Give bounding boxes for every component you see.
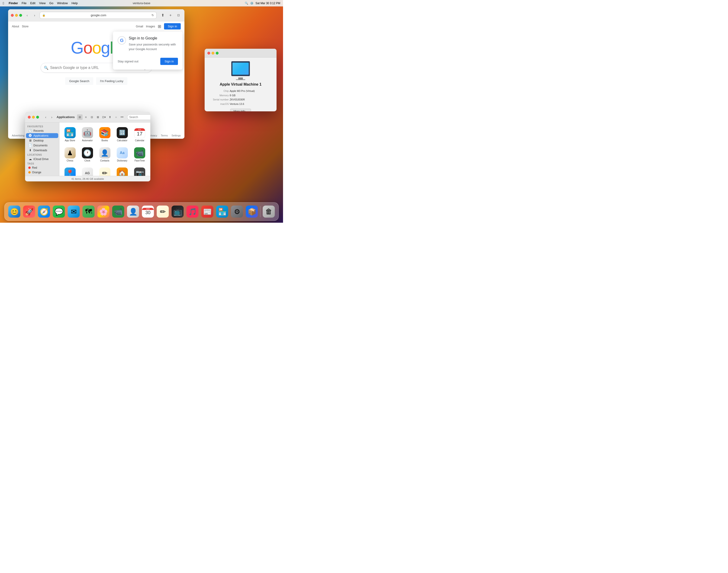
control-center-icon[interactable]: ⚙️ (250, 2, 254, 5)
feeling-lucky-btn[interactable]: I'm Feeling Lucky (96, 77, 127, 85)
tag-red[interactable]: Red (26, 165, 58, 170)
more-btn[interactable]: ••• (119, 114, 125, 120)
dock-maps[interactable]: 🗺 (82, 205, 96, 218)
dock-news[interactable]: 📰 (200, 205, 214, 218)
browser-back-btn[interactable]: ‹ (24, 12, 31, 18)
store-link[interactable]: Store (22, 25, 29, 28)
finder-close-btn[interactable] (28, 116, 31, 118)
app-calendar[interactable]: JUL 17 Calendar (132, 125, 148, 144)
dock-mail[interactable]: ✉ (67, 205, 81, 218)
finder-minimize-btn[interactable] (32, 116, 35, 118)
dock-launchpad[interactable]: 🚀 (22, 205, 36, 218)
dock-calendar[interactable]: MAR 30 (141, 205, 155, 218)
share-btn[interactable]: ○ (113, 114, 119, 120)
advertising-link[interactable]: Advertising (12, 134, 24, 137)
google-search-btn[interactable]: Google Search (65, 77, 93, 85)
images-link[interactable]: Images (146, 25, 155, 28)
about-mac-fullscreen-btn[interactable] (216, 52, 218, 55)
finder-search-input[interactable] (127, 114, 150, 120)
dock-photos[interactable]: 🌸 (97, 205, 110, 218)
about-mac-close-btn[interactable] (207, 52, 210, 55)
edit-menu[interactable]: Edit (30, 1, 35, 5)
gallery-view-btn[interactable]: ⊠ (95, 114, 101, 120)
sidebar-item-applications[interactable]: 🅐 Applications (26, 133, 58, 138)
browser-close-btn[interactable] (11, 14, 14, 17)
finder-fullscreen-btn[interactable] (36, 116, 39, 118)
file-menu[interactable]: File (21, 1, 27, 5)
app-appstore[interactable]: 🏪 App Store (62, 125, 78, 144)
action-btn[interactable]: ⬆ (107, 114, 113, 120)
chip-value: Apple M3 Pro (Virtual) (230, 89, 255, 93)
more-info-btn[interactable]: More Info... (230, 109, 251, 111)
fontbook-icon: AG (82, 167, 93, 176)
about-link[interactable]: About (12, 25, 19, 28)
share-btn[interactable]: ⬆ (159, 12, 166, 18)
trash-dock-icon: 🗑 (263, 206, 275, 218)
popup-sign-in-btn[interactable]: Sign in (160, 58, 178, 65)
dock-facetime[interactable]: 📹 (111, 205, 125, 218)
finder-menu[interactable]: Finder (9, 1, 18, 5)
new-tab-btn[interactable]: + (167, 12, 174, 18)
gmail-link[interactable]: Gmail (136, 25, 143, 28)
apple-menu[interactable]:  (3, 1, 4, 5)
dock-safari[interactable]: 🧭 (37, 205, 51, 218)
dock-messages[interactable]: 💬 (52, 205, 66, 218)
app-calculator[interactable]: 🔢 Calculator (114, 125, 130, 144)
sign-in-btn[interactable]: Sign in (164, 23, 181, 30)
tag-red-dot (28, 166, 31, 169)
dock-music[interactable]: 🎵 (186, 205, 200, 218)
tag-orange[interactable]: Orange (26, 170, 58, 175)
icon-view-btn[interactable]: ⊞ (77, 114, 83, 120)
app-contacts[interactable]: 👤 Contacts (97, 146, 112, 164)
app-automator[interactable]: 🤖 Automator (80, 125, 95, 144)
app-facetime[interactable]: 📹 FaceTime (132, 146, 148, 164)
app-dictionary[interactable]: Aa Dictionary (114, 146, 130, 164)
reload-btn[interactable]: ↻ (152, 13, 154, 17)
group-btn[interactable]: ⊡▾ (101, 114, 107, 120)
help-menu[interactable]: Help (71, 1, 78, 5)
sidebar-item-icloud[interactable]: ☁ iCloud Drive (26, 157, 58, 161)
column-view-btn[interactable]: ⊟ (89, 114, 95, 120)
about-mac-minimize-btn[interactable] (212, 52, 214, 55)
mail-dock-icon: ✉ (68, 206, 80, 218)
window-menu[interactable]: Window (57, 1, 68, 5)
app-findmy[interactable]: 📍 Find My (62, 166, 78, 176)
finder-back-btn[interactable]: ‹ (43, 115, 48, 120)
tag-orange-label: Orange (32, 171, 41, 174)
browser-minimize-btn[interactable] (15, 14, 18, 17)
app-home[interactable]: 🏠 Home (114, 166, 130, 176)
list-view-btn[interactable]: ≡ (83, 114, 89, 120)
dock-trash[interactable]: 🗑 (262, 205, 276, 218)
app-clock[interactable]: 🕐 Clock (80, 146, 95, 164)
show-tabs-btn[interactable]: ⊡ (175, 12, 181, 18)
search-icon[interactable]: 🔍 (245, 2, 248, 5)
settings-link[interactable]: Settings (171, 134, 181, 137)
dock-systemprefs[interactable]: ⚙ (230, 205, 244, 218)
app-imagecapture[interactable]: 📷 Image Capture (132, 166, 148, 176)
app-freeform[interactable]: ✏ Freeform (97, 166, 112, 176)
terms-link[interactable]: Terms (161, 134, 168, 137)
dock-finder[interactable]: 😊 (7, 205, 21, 218)
sidebar-item-recents[interactable]: 🕐 Recents (26, 128, 58, 133)
browser-forward-btn[interactable]: › (31, 12, 38, 18)
apps-icon[interactable]: ⊞ (158, 24, 161, 29)
app-chess[interactable]: ♟ Chess (62, 146, 78, 164)
dictionary-icon: Aa (117, 147, 128, 158)
dock-contacts[interactable]: 👤 (126, 205, 140, 218)
sidebar-item-desktop[interactable]: 🖥 Desktop (26, 138, 58, 143)
sidebar-item-downloads[interactable]: ⬇ Downloads (26, 148, 58, 153)
about-mac-content: Apple Virtual Machine 1 Chip Apple M3 Pr… (205, 57, 276, 111)
app-fontbook[interactable]: AG Font Book (80, 166, 95, 176)
dock-freeform[interactable]: ✏ (156, 205, 170, 218)
go-menu[interactable]: Go (49, 1, 53, 5)
dock-appstore[interactable]: 🏪 (215, 205, 229, 218)
dock-canister[interactable]: 📦 (245, 205, 259, 218)
view-menu[interactable]: View (39, 1, 46, 5)
sidebar-item-documents[interactable]: 📄 Documents (26, 143, 58, 148)
app-books[interactable]: 📚 Books (97, 125, 112, 144)
finder-forward-btn[interactable]: › (49, 115, 54, 120)
browser-fullscreen-btn[interactable] (19, 14, 22, 17)
dock-tv[interactable]: 📺 (171, 205, 185, 218)
stay-signed-out-link[interactable]: Stay signed out (118, 60, 139, 63)
url-bar[interactable]: 🔒 google.com ↻ (40, 12, 157, 19)
